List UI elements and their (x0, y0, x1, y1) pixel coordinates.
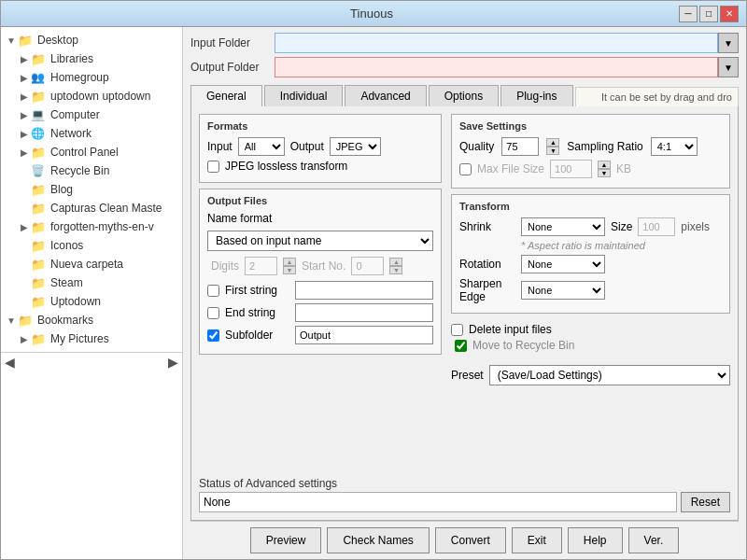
maxfile-unit: KB (616, 162, 631, 175)
save-settings-title: Save Settings (459, 120, 722, 132)
startno-up[interactable]: ▲ (389, 258, 402, 266)
status-input[interactable] (199, 492, 677, 512)
tree-toggle-computer[interactable]: ▶ (18, 110, 31, 120)
sharpen-select[interactable]: None (521, 281, 605, 300)
first-string-input[interactable] (295, 281, 433, 300)
sampling-label: Sampling Ratio (567, 140, 642, 153)
quality-spinner: ▲ ▼ (546, 138, 559, 155)
end-string-input[interactable] (295, 303, 433, 322)
folder-icon: 📁 (31, 275, 48, 290)
preset-select[interactable]: (Save/Load Settings) (489, 365, 730, 385)
quality-down[interactable]: ▼ (546, 147, 559, 155)
move-label: Move to Recycle Bin (472, 339, 574, 352)
tree-item-iconos[interactable]: ▶ 📁 Iconos (1, 236, 182, 255)
tab-advanced[interactable]: Advanced (345, 85, 426, 106)
digits-input[interactable] (245, 257, 277, 275)
tree-item-nueva[interactable]: ▶ 📁 Nueva carpeta (1, 255, 182, 273)
rotation-select[interactable]: None (521, 255, 605, 273)
tree-label-updown2: Uptodown (50, 295, 101, 308)
help-button[interactable]: Help (568, 527, 623, 553)
maximize-button[interactable]: □ (699, 6, 718, 22)
convert-button[interactable]: Convert (435, 527, 506, 553)
minimize-button[interactable]: ─ (679, 6, 698, 22)
format-output-label: Output (290, 140, 324, 153)
output-folder-field[interactable] (275, 57, 718, 77)
tree-toggle-libraries[interactable]: ▶ (18, 54, 31, 64)
delete-checkbox[interactable] (451, 324, 463, 336)
tree-item-mypictures[interactable]: ▶ 📁 My Pictures (1, 329, 182, 348)
tab-general[interactable]: General (190, 85, 262, 107)
tree-item-libraries[interactable]: ▶ 📁 Libraries (1, 49, 182, 68)
tab-options[interactable]: Options (429, 85, 499, 106)
format-input-label: Input (207, 140, 233, 153)
tree-item-desktop[interactable]: ▼ 📁 Desktop (1, 31, 182, 49)
digits-up[interactable]: ▲ (283, 258, 296, 266)
sampling-select[interactable]: 4:1 (651, 137, 698, 156)
input-folder-field[interactable] (275, 33, 718, 53)
tree-item-network[interactable]: ▶ 🌐 Network (1, 124, 182, 143)
tree-item-bookmarks[interactable]: ▼ 📁 Bookmarks (1, 311, 182, 329)
tab-plugins[interactable]: Plug-ins (500, 85, 572, 106)
end-string-checkbox[interactable] (207, 307, 219, 319)
maxfile-up[interactable]: ▲ (598, 161, 611, 169)
tree-label-mypictures: My Pictures (50, 332, 109, 345)
tree-item-homegroup[interactable]: ▶ 👥 Homegroup (1, 68, 182, 87)
name-format-select[interactable]: Based on input name (207, 231, 433, 251)
computer-icon: 💻 (31, 107, 48, 122)
subfolder-input[interactable] (295, 326, 433, 344)
format-output-select[interactable]: JPEG (330, 137, 381, 156)
maxfile-row: Max File Size ▲ ▼ KB (459, 160, 722, 178)
tree-toggle-network[interactable]: ▶ (18, 129, 31, 139)
tree-item-recycle[interactable]: ▶ 🗑️ Recycle Bin (1, 161, 182, 180)
first-string-checkbox[interactable] (207, 285, 219, 297)
format-input-select[interactable]: All (238, 137, 285, 156)
pixels-label: pixels (681, 220, 710, 233)
digits-down[interactable]: ▼ (283, 266, 296, 274)
folder-icon: 📁 (31, 201, 48, 216)
tree-item-controlpanel[interactable]: ▶ 📁 Control Panel (1, 143, 182, 161)
close-button[interactable]: ✕ (720, 6, 739, 22)
quality-input[interactable] (501, 137, 539, 156)
move-checkbox[interactable] (455, 340, 467, 352)
exit-button[interactable]: Exit (512, 527, 562, 553)
startno-down[interactable]: ▼ (389, 266, 402, 274)
tree-toggle-controlpanel[interactable]: ▶ (18, 147, 31, 158)
input-folder-dropdown[interactable]: ▼ (718, 33, 739, 53)
tree-toggle-uptodown[interactable]: ▶ (18, 91, 31, 102)
output-folder-dropdown[interactable]: ▼ (718, 57, 739, 77)
maxfile-checkbox[interactable] (459, 163, 472, 175)
tree-item-forgotten[interactable]: ▶ 📁 forgotten-myths-en-v (1, 217, 182, 236)
tree-item-blog[interactable]: ▶ 📁 Blog (1, 180, 182, 199)
tree-toggle-forgotten[interactable]: ▶ (18, 222, 31, 232)
tab-individual[interactable]: Individual (264, 85, 344, 106)
scroll-left-icon[interactable]: ◀ (5, 355, 15, 370)
tree-item-capturas[interactable]: ▶ 📁 Capturas Clean Maste (1, 199, 182, 217)
check-names-button[interactable]: Check Names (327, 527, 429, 553)
subfolder-label: Subfolder (225, 329, 289, 342)
jpeg-lossless-checkbox[interactable] (207, 161, 219, 173)
shrink-select[interactable]: None (521, 217, 605, 236)
tree-toggle-mypictures[interactable]: ▶ (18, 334, 31, 344)
tree-item-updown2[interactable]: ▶ 📁 Uptodown (1, 292, 182, 311)
maxfile-down[interactable]: ▼ (598, 169, 611, 177)
shrink-row: Shrink None Size pixels (459, 217, 722, 236)
status-label: Status of Advanced settings (199, 477, 730, 490)
startno-input[interactable] (351, 257, 384, 275)
first-string-label: First string (225, 284, 289, 297)
tree-item-steam[interactable]: ▶ 📁 Steam (1, 273, 182, 292)
tree-label-nueva: Nueva carpeta (50, 258, 123, 271)
tree-item-computer[interactable]: ▶ 💻 Computer (1, 105, 182, 124)
tree-label-steam: Steam (50, 276, 83, 289)
size-input[interactable] (638, 217, 675, 236)
preview-button[interactable]: Preview (250, 527, 322, 553)
quality-up[interactable]: ▲ (546, 138, 559, 147)
tree-toggle-desktop[interactable]: ▼ (5, 35, 18, 46)
tree-item-uptodown[interactable]: ▶ 📁 uptodown uptodown (1, 87, 182, 105)
ver-button[interactable]: Ver. (628, 527, 680, 553)
maxfile-input[interactable] (550, 160, 592, 178)
reset-button[interactable]: Reset (681, 492, 730, 512)
tree-toggle-bookmarks[interactable]: ▼ (5, 315, 18, 326)
scroll-right-icon[interactable]: ▶ (168, 355, 178, 370)
tree-toggle-homegroup[interactable]: ▶ (18, 73, 31, 83)
subfolder-checkbox[interactable] (207, 329, 219, 342)
